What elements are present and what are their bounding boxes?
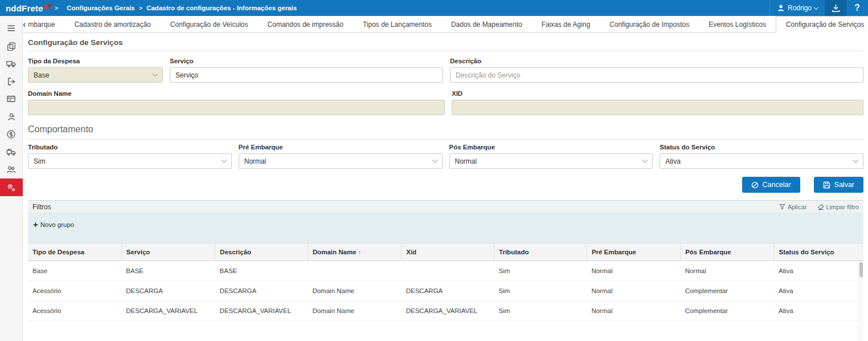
sidebar-item-settings[interactable] — [0, 178, 23, 196]
scrollbar-thumb[interactable] — [859, 262, 863, 277]
menu-icon — [6, 23, 16, 33]
sidebar-item-export[interactable] — [0, 72, 23, 90]
servico-label: Serviço — [170, 58, 443, 64]
logo-text: nddFrete — [6, 3, 43, 13]
clear-filter-button[interactable]: Limpar filtro — [817, 204, 859, 210]
sidebar-item-shipment[interactable] — [0, 55, 23, 72]
tab-configuracao-de-impostos[interactable]: Configuração de Impostos — [600, 16, 699, 33]
sidebar-item-payment[interactable] — [0, 90, 23, 108]
cell: Normal — [587, 281, 680, 301]
table-scrollbar[interactable] — [858, 261, 863, 341]
cell: Complementar — [681, 301, 774, 321]
col-tributado[interactable]: Tributado — [494, 243, 587, 261]
cell: Domain Name — [308, 301, 401, 321]
tab-tipos-de-lancamentos[interactable]: Tipos de Lançamentos — [353, 16, 441, 33]
tributado-value: Sim — [34, 157, 46, 165]
col-pre-embarque[interactable]: Pré Embarque — [587, 243, 680, 261]
col-servico[interactable]: Serviço — [121, 243, 215, 261]
col-xid[interactable]: Xid — [402, 243, 494, 261]
tab-cadastro-de-amortizacao[interactable]: Cadastro de amortização — [65, 16, 161, 33]
tab-configuracao-de-veiculos[interactable]: Configuração de Veículos — [161, 16, 258, 33]
breadcrumb-item: Cadastro de configurações - Informações … — [146, 5, 297, 11]
sidebar-item-documents[interactable] — [0, 37, 23, 55]
cell: DESCARGA — [215, 281, 308, 301]
tab-dados-de-mapeamento[interactable]: Dados de Mapeamento — [441, 16, 532, 33]
sidebar-item-users[interactable] — [0, 161, 23, 178]
help-button[interactable]: ? — [846, 0, 868, 16]
chevron-down-icon — [153, 71, 158, 77]
col-domain-name[interactable]: Domain Name↑ — [308, 243, 401, 261]
descricao-placeholder: Descrição do Serviço — [456, 71, 520, 79]
apply-filter-button[interactable]: Aplicar — [779, 204, 807, 210]
servico-value: Serviço — [175, 71, 198, 79]
filters-title: Filtros — [32, 203, 51, 211]
cell: Normal — [587, 301, 680, 321]
clear-filter-label: Limpar filtro — [826, 204, 859, 210]
cell: Normal — [681, 261, 774, 281]
pos-embarque-select[interactable]: Normal — [449, 153, 653, 169]
funnel-icon — [779, 204, 785, 210]
tab-bar: ‹ mbarque Cadastro de amortização Config… — [23, 16, 868, 33]
chevron-down-icon — [853, 157, 859, 163]
pre-embarque-select[interactable]: Normal — [239, 153, 443, 169]
filters-body: + Novo grupo — [28, 213, 863, 243]
domain-name-label: Domain Name — [28, 90, 445, 97]
sidebar-item-support[interactable] — [0, 108, 23, 125]
tab-configuracao-de-servicos[interactable]: Configuração de Serviços — [776, 16, 868, 33]
tributado-label: Tributado — [28, 144, 232, 151]
money-icon — [6, 129, 16, 139]
cancel-button[interactable]: Cancelar — [742, 177, 800, 193]
tab-faixas-de-aging[interactable]: Faixas de Aging — [532, 16, 600, 33]
save-label: Salvar — [834, 181, 854, 189]
status-servico-label: Status do Serviço — [660, 144, 863, 151]
breadcrumb-chevron-icon: > — [55, 5, 58, 11]
user-icon — [777, 4, 785, 12]
user-menu[interactable]: Rodrigo — [769, 0, 825, 16]
services-table-wrap: Tipo de Despesa Serviço Descrição Domain… — [28, 243, 863, 321]
help-icon: ? — [854, 3, 860, 13]
documents-icon — [7, 42, 16, 51]
sort-asc-icon: ↑ — [358, 249, 362, 255]
support-agent-icon — [7, 112, 16, 121]
status-servico-select[interactable]: Ativa — [660, 153, 863, 169]
sidebar-item-menu[interactable] — [0, 19, 23, 37]
chevron-down-icon — [432, 157, 437, 163]
domain-name-input[interactable] — [28, 100, 445, 115]
servico-input[interactable]: Serviço — [170, 67, 443, 83]
breadcrumb: Configurações Gerais > Cadastro de confi… — [67, 5, 297, 11]
tributado-select[interactable]: Sim — [28, 153, 232, 169]
breadcrumb-chevron-icon: > — [139, 5, 142, 11]
descricao-label: Descrição — [450, 58, 863, 64]
breadcrumb-item[interactable]: Configurações Gerais — [67, 5, 135, 11]
new-group-button[interactable]: + Novo grupo — [33, 220, 74, 229]
tab-embarque[interactable]: mbarque — [26, 16, 64, 33]
export-icon — [7, 77, 16, 86]
xid-input[interactable] — [452, 100, 863, 115]
col-pos-embarque[interactable]: Pós Embarque — [681, 243, 774, 261]
descricao-input[interactable]: Descrição do Serviço — [450, 67, 863, 83]
settings-gears-icon — [6, 182, 16, 192]
sidebar-item-money[interactable] — [0, 125, 23, 143]
table-row[interactable]: Base BASE BASE Sim Normal Normal Ativa — [28, 261, 863, 281]
pos-embarque-value: Normal — [455, 157, 477, 165]
chevron-down-icon — [814, 5, 818, 9]
cell: Ativa — [774, 261, 863, 281]
filters-panel: Filtros Aplicar Limpar filtro — [28, 200, 863, 243]
tab-comandos-de-impressao[interactable]: Comandos de impressão — [258, 16, 353, 33]
tipo-despesa-select[interactable]: Base — [28, 67, 163, 83]
download-button[interactable] — [825, 0, 846, 16]
table-row[interactable]: Acessório DESCARGA_VARIAVEL DESCARGA_VAR… — [28, 301, 863, 321]
table-header-row: Tipo de Despesa Serviço Descrição Domain… — [28, 243, 863, 261]
cell: Sim — [494, 301, 587, 321]
vehicle-icon — [6, 147, 16, 157]
save-button[interactable]: Salvar — [814, 177, 863, 193]
tab-eventos-logisticos[interactable]: Eventos Logísticos — [699, 16, 776, 33]
cell: DESCARGA_VARIAVEL — [215, 301, 308, 321]
table-row[interactable]: Acessório DESCARGA DESCARGA Domain Name … — [28, 281, 863, 301]
sidebar-item-vehicles[interactable] — [0, 143, 23, 161]
col-status-do-servico[interactable]: Status do Serviço — [774, 243, 863, 261]
cell — [402, 261, 494, 281]
col-tipo-de-despesa[interactable]: Tipo de Despesa — [28, 243, 121, 261]
col-descricao[interactable]: Descrição — [215, 243, 308, 261]
cell: BASE — [121, 261, 215, 281]
